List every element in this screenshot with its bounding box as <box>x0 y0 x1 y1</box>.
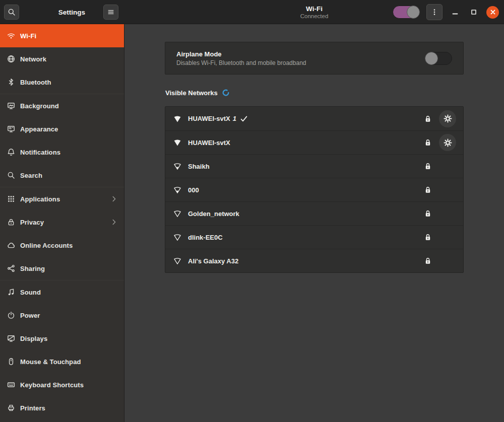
airplane-mode-switch[interactable] <box>425 52 452 65</box>
settings-window: Settings Wi-Fi Connected <box>0 0 504 422</box>
privacy-icon <box>7 218 15 226</box>
network-row[interactable]: HUAWEI-svtX1 <box>165 107 463 130</box>
sidebar-item-label: Keyboard Shortcuts <box>20 381 118 389</box>
chevron-right-icon <box>110 218 118 226</box>
network-name: HUAWEI-svtX <box>188 115 230 122</box>
headerbar-right <box>393 0 499 24</box>
visible-networks-label: Visible Networks <box>165 89 218 97</box>
sidebar-item-search[interactable]: Search <box>0 164 124 187</box>
wifi-signal-low-icon <box>173 186 181 194</box>
page-subtitle: Connected <box>300 13 329 20</box>
sidebar-item-mouse-touchpad[interactable]: Mouse & Touchpad <box>0 350 124 373</box>
network-row[interactable]: dlink-EE0C <box>165 225 463 249</box>
gear-icon <box>444 138 452 147</box>
sidebar-item-label: Background <box>20 102 118 110</box>
close-button[interactable] <box>486 6 499 19</box>
power-icon <box>7 311 15 319</box>
lock-icon <box>424 186 432 194</box>
lock-icon <box>424 138 432 147</box>
sidebar-item-network[interactable]: Network <box>0 47 124 71</box>
sidebar-item-sharing[interactable]: Sharing <box>0 257 124 280</box>
wifi-enable-switch[interactable] <box>393 6 420 19</box>
chevron-right-icon <box>110 195 118 203</box>
lock-icon <box>424 233 432 241</box>
sidebar-item-printers[interactable]: Printers <box>0 396 124 419</box>
sidebar-item-label: Displays <box>20 335 118 342</box>
network-icon <box>7 55 15 63</box>
sidebar-item-background[interactable]: Background <box>0 94 124 117</box>
sidebar-item-label: Privacy <box>20 219 110 226</box>
mouse-icon <box>7 358 15 366</box>
settings-sidebar: Wi-FiNetworkBluetoothBackgroundAppearanc… <box>0 24 124 422</box>
sidebar-item-label: Appearance <box>20 125 118 133</box>
switch-knob <box>425 52 438 65</box>
hamburger-menu-icon <box>107 8 115 16</box>
airplane-mode-description: Disables Wi-Fi, Bluetooth and mobile bro… <box>176 59 425 66</box>
lock-icon <box>424 162 432 170</box>
sidebar-item-label: Sharing <box>20 265 118 272</box>
wifi-signal-weak-icon <box>173 209 181 218</box>
visible-networks-header: Visible Networks <box>165 89 230 97</box>
network-name: Golden_network <box>188 210 239 218</box>
wifi-panel: Airplane Mode Disables Wi-Fi, Bluetooth … <box>124 24 504 422</box>
sharing-icon <box>7 264 15 272</box>
sidebar-item-appearance[interactable]: Appearance <box>0 117 124 140</box>
printer-icon <box>7 404 15 412</box>
lock-icon <box>424 115 432 123</box>
network-name: HUAWEI-svtX <box>188 139 230 147</box>
lock-icon <box>424 257 432 265</box>
minimize-icon <box>451 8 459 16</box>
airplane-mode-title: Airplane Mode <box>176 50 425 58</box>
wifi-signal-weak-icon <box>173 257 181 265</box>
primary-menu-button[interactable] <box>103 5 118 20</box>
sidebar-item-sound[interactable]: Sound <box>0 280 124 304</box>
network-row[interactable]: 000 <box>165 178 463 201</box>
search-button[interactable] <box>4 5 19 20</box>
appearance-icon <box>7 125 15 133</box>
maximize-icon <box>470 8 478 16</box>
airplane-mode-texts: Airplane Mode Disables Wi-Fi, Bluetooth … <box>176 50 425 66</box>
minimize-button[interactable] <box>449 6 461 18</box>
network-row[interactable]: Ali's Galaxy A32 <box>165 249 463 272</box>
network-row[interactable]: HUAWEI-svtX <box>165 130 463 154</box>
sidebar-item-label: Mouse & Touchpad <box>20 358 118 366</box>
wifi-signal-weak-icon <box>173 233 181 241</box>
connected-check-icon <box>240 115 248 123</box>
sound-icon <box>7 288 15 296</box>
sidebar-item-privacy[interactable]: Privacy <box>0 210 124 234</box>
sidebar-item-label: Printers <box>20 404 118 412</box>
wifi-icon <box>7 32 15 40</box>
network-name-suffix: 1 <box>233 115 236 122</box>
lock-icon <box>424 209 432 218</box>
sidebar-item-power[interactable]: Power <box>0 304 124 327</box>
maximize-button[interactable] <box>468 6 480 18</box>
vertical-dots-icon <box>430 8 438 16</box>
sidebar-item-label: Sound <box>20 289 118 296</box>
sidebar-item-label: Wi-Fi <box>20 32 118 40</box>
wifi-signal-strong-icon <box>173 115 181 123</box>
gear-icon <box>444 114 452 123</box>
network-settings-button[interactable] <box>439 110 456 127</box>
sidebar-item-applications[interactable]: Applications <box>0 187 124 210</box>
more-options-button[interactable] <box>426 4 443 20</box>
network-row[interactable]: Golden_network <box>165 201 463 225</box>
network-name: 000 <box>188 186 199 194</box>
notifications-icon <box>7 148 15 156</box>
sidebar-item-notifications[interactable]: Notifications <box>0 140 124 164</box>
sidebar-item-label: Online Accounts <box>20 242 118 249</box>
network-settings-button[interactable] <box>439 134 456 151</box>
sidebar-item-keyboard-shortcuts[interactable]: Keyboard Shortcuts <box>0 373 124 396</box>
sidebar-item-displays[interactable]: Displays <box>0 327 124 350</box>
sidebar-item-label: Notifications <box>20 149 118 156</box>
wifi-signal-strong-icon <box>173 138 181 147</box>
sidebar-item-label: Search <box>20 172 118 179</box>
sidebar-item-label: Power <box>20 312 118 319</box>
scanning-spinner-icon <box>222 89 230 97</box>
sidebar-item-online-accounts[interactable]: Online Accounts <box>0 234 124 257</box>
network-name: Ali's Galaxy A32 <box>188 257 238 265</box>
background-icon <box>7 102 15 110</box>
sidebar-item-wi-fi[interactable]: Wi-Fi <box>0 24 124 47</box>
sidebar-item-bluetooth[interactable]: Bluetooth <box>0 71 124 94</box>
network-row[interactable]: Shaikh <box>165 154 463 178</box>
wifi-signal-low-icon <box>173 162 181 170</box>
